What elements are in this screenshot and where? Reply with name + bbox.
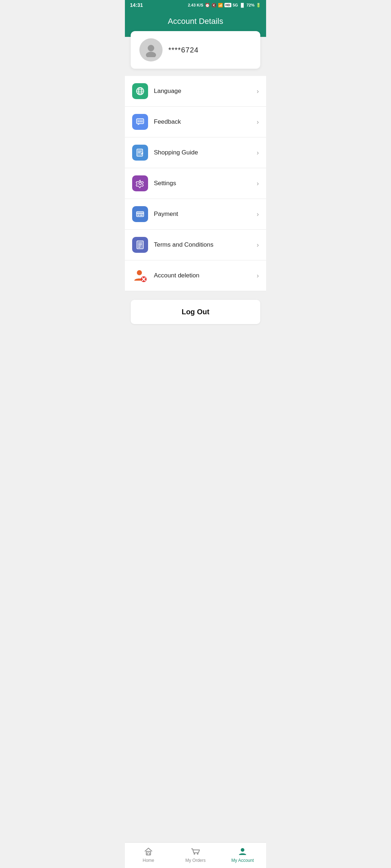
page-title: Account Details [131, 17, 260, 26]
svg-point-24 [137, 270, 142, 275]
menu-item-terms[interactable]: Terms and Conditions › [125, 230, 266, 260]
signal-icon: ▐▌ [239, 3, 245, 7]
logout-button[interactable]: Log Out [131, 300, 260, 324]
menu-item-payment[interactable]: Payment › [125, 199, 266, 230]
menu-item-language[interactable]: Language › [125, 76, 266, 107]
payment-chevron: › [257, 210, 259, 218]
menu-section: Language › Feedback › Shopping Guid [125, 76, 266, 291]
svg-point-9 [140, 121, 141, 122]
menu-item-account-deletion[interactable]: Account deletion › [125, 260, 266, 291]
profile-phone: ****6724 [168, 46, 199, 54]
feedback-chevron: › [257, 118, 259, 126]
profile-card: ****6724 [131, 31, 260, 69]
language-label: Language [154, 88, 251, 95]
svg-point-10 [142, 121, 143, 122]
account-deletion-chevron: › [257, 272, 259, 280]
status-bar: 14:31 2.43 K/S ⏰ 🔇 📶 HD 5G ▐▌ 72% 🔋 [125, 0, 266, 10]
language-chevron: › [257, 88, 259, 95]
svg-rect-18 [140, 215, 143, 216]
account-deletion-icon [132, 268, 148, 284]
svg-point-8 [138, 121, 139, 122]
menu-item-settings[interactable]: Settings › [125, 168, 266, 199]
network-speed: 2.43 K/S [188, 3, 203, 7]
shopping-guide-icon [132, 145, 148, 161]
terms-label: Terms and Conditions [154, 241, 251, 248]
svg-point-1 [146, 52, 156, 57]
battery-icon: 🔋 [256, 3, 261, 8]
5g-icon: 5G [233, 3, 238, 7]
feedback-label: Feedback [154, 118, 251, 125]
status-time: 14:31 [130, 2, 143, 8]
menu-item-shopping-guide[interactable]: Shopping Guide › [125, 137, 266, 168]
avatar [139, 38, 163, 61]
payment-label: Payment [154, 210, 251, 218]
battery: 72% [247, 3, 255, 7]
terms-chevron: › [257, 241, 259, 249]
feedback-icon [132, 114, 148, 130]
svg-point-14 [139, 182, 142, 185]
avatar-icon [144, 43, 158, 57]
status-icons: 2.43 K/S ⏰ 🔇 📶 HD 5G ▐▌ 72% 🔋 [188, 3, 261, 8]
mute-icon: 🔇 [211, 3, 216, 8]
settings-icon [132, 175, 148, 191]
terms-icon [132, 237, 148, 253]
account-deletion-label: Account deletion [154, 272, 251, 279]
svg-rect-15 [136, 212, 144, 217]
svg-point-0 [148, 45, 154, 51]
hd-icon: HD [224, 3, 231, 7]
settings-label: Settings [154, 180, 251, 187]
svg-rect-16 [136, 213, 144, 214]
logout-section: Log Out [125, 291, 266, 333]
menu-item-feedback[interactable]: Feedback › [125, 107, 266, 137]
alarm-icon: ⏰ [205, 3, 210, 8]
wifi-icon: 📶 [218, 3, 223, 8]
shopping-guide-chevron: › [257, 149, 259, 157]
language-icon [132, 83, 148, 99]
payment-icon [132, 206, 148, 222]
settings-chevron: › [257, 180, 259, 187]
shopping-guide-label: Shopping Guide [154, 149, 251, 156]
svg-rect-17 [138, 215, 139, 216]
